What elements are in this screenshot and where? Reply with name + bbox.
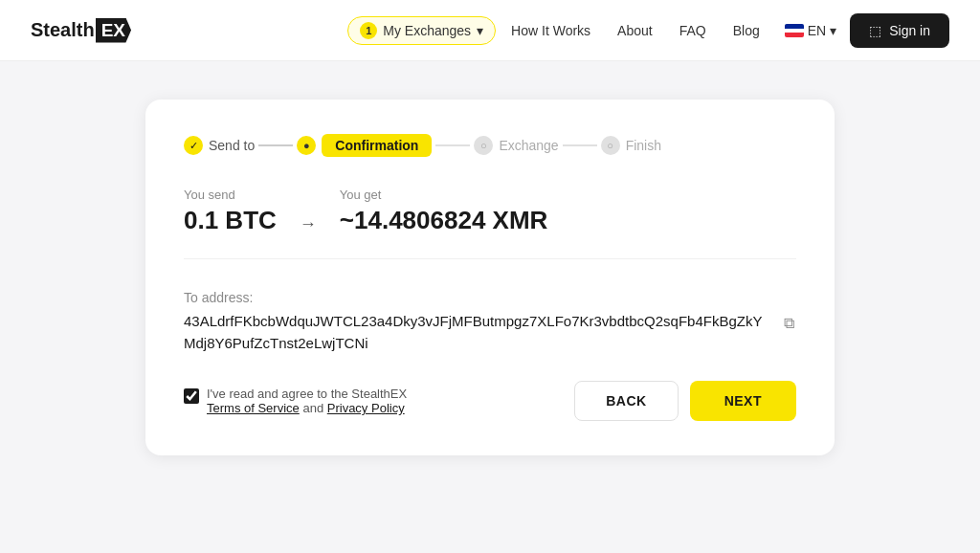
step-send-to-circle: ✓ <box>184 136 203 155</box>
step-finish: ○ Finish <box>601 136 661 155</box>
sign-in-label: Sign in <box>889 23 930 38</box>
how-it-works-link[interactable]: How It Works <box>500 15 602 46</box>
next-button[interactable]: NEXT <box>690 381 796 421</box>
back-button[interactable]: BACK <box>574 381 678 421</box>
stepper: ✓ Send to ● Confirmation ○ Exchange <box>184 134 796 157</box>
exchanges-chevron-icon: ▾ <box>477 23 483 38</box>
connector-2 <box>435 144 470 146</box>
arrow-icon: → <box>300 214 317 234</box>
address-row: 43ALdrfFKbcbWdquJWTCL23a4Dky3vJFjMFButmp… <box>184 311 796 354</box>
exchange-info: You send 0.1 BTC → You get ~14.4806824 X… <box>184 188 796 259</box>
terms-agree-block: I've read and agree to the StealthEX Ter… <box>184 387 407 415</box>
exchanges-label: My Exchanges <box>383 23 471 38</box>
send-value: 0.1 BTC <box>184 206 277 235</box>
address-label: To address: <box>184 290 796 305</box>
my-exchanges-button[interactable]: 1 My Exchanges ▾ <box>347 16 496 45</box>
step-confirmation-circle: ● <box>297 136 316 155</box>
connector-1 <box>258 144 293 146</box>
step-finish-circle: ○ <box>601 136 620 155</box>
step-send-to: ✓ Send to <box>184 136 255 155</box>
step-confirmation-dot: ● <box>303 140 310 151</box>
sign-in-icon: ⬚ <box>869 23 881 38</box>
terms-checkbox[interactable] <box>184 388 199 404</box>
send-block: You send 0.1 BTC <box>184 188 277 235</box>
receive-value: ~14.4806824 XMR <box>340 206 548 235</box>
step-finish-dot: ○ <box>607 140 613 151</box>
step-confirmation: ● Confirmation <box>297 134 432 157</box>
checkmark-icon: ✓ <box>189 140 198 152</box>
card-footer: I've read and agree to the StealthEX Ter… <box>184 381 796 421</box>
privacy-policy-link[interactable]: Privacy Policy <box>327 401 405 415</box>
send-label: You send <box>184 188 277 202</box>
about-link[interactable]: About <box>606 15 664 46</box>
step-exchange: ○ Exchange <box>474 136 558 155</box>
main-nav: 1 My Exchanges ▾ How It Works About FAQ … <box>347 13 949 48</box>
step-exchange-circle: ○ <box>474 136 493 155</box>
step-finish-label: Finish <box>626 138 661 153</box>
address-block: To address: 43ALdrfFKbcbWdquJWTCL23a4Dky… <box>184 290 796 354</box>
receive-label: You get <box>340 188 548 202</box>
copy-address-button[interactable]: ⧉ <box>782 313 796 334</box>
lang-chevron-icon: ▾ <box>830 23 836 38</box>
terms-prefix: I've read and agree to the StealthEX <box>207 387 407 401</box>
terms-text: I've read and agree to the StealthEX Ter… <box>207 387 407 415</box>
step-send-to-label: Send to <box>209 138 255 153</box>
address-text: 43ALdrfFKbcbWdquJWTCL23a4Dky3vJFjMFButmp… <box>184 311 770 354</box>
flag-icon <box>785 24 804 37</box>
action-buttons: BACK NEXT <box>574 381 796 421</box>
blog-link[interactable]: Blog <box>722 15 771 46</box>
receive-block: You get ~14.4806824 XMR <box>340 188 548 235</box>
main-card: ✓ Send to ● Confirmation ○ Exchange <box>145 100 835 455</box>
logo-stealth-text: Stealth <box>31 19 95 41</box>
connector-3 <box>563 144 597 146</box>
copy-icon: ⧉ <box>784 315 794 331</box>
step-confirmation-label: Confirmation <box>322 134 432 157</box>
logo-ex-text: EX <box>96 18 131 43</box>
step-exchange-dot: ○ <box>480 140 487 151</box>
logo: StealthEX <box>31 18 131 43</box>
terms-and: and <box>302 401 326 415</box>
step-exchange-label: Exchange <box>499 138 558 153</box>
faq-link[interactable]: FAQ <box>668 15 718 46</box>
lang-label: EN <box>808 23 826 38</box>
language-selector[interactable]: EN ▾ <box>775 17 846 44</box>
sign-in-button[interactable]: ⬚ Sign in <box>850 13 949 48</box>
terms-of-service-link[interactable]: Terms of Service <box>207 401 300 415</box>
exchanges-badge: 1 <box>360 22 377 39</box>
